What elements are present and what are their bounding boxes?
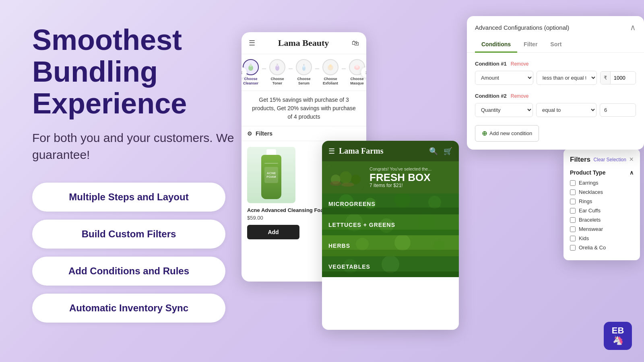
plus-icon: ⊕ — [482, 130, 487, 137]
tab-sort[interactable]: Sort — [544, 37, 568, 53]
tab-filter[interactable]: Filter — [517, 37, 544, 53]
filter-label-bracelets[interactable]: Bracelets — [579, 217, 601, 223]
svg-point-18 — [341, 183, 354, 187]
config-body: Condition #1 Remove Amount Quantity Pric… — [467, 53, 644, 150]
main-title: Smoothest Bundling Experience — [32, 24, 266, 120]
add-product-button[interactable]: Add — [247, 225, 299, 239]
step-label-masque: ChooseMasque — [350, 77, 364, 86]
step-connector-4 — [342, 68, 346, 69]
condition-1-remove[interactable]: Remove — [511, 61, 529, 67]
tab-conditions[interactable]: Conditions — [475, 37, 517, 53]
condition-1-value-input[interactable] — [611, 72, 635, 84]
farms-search-icon[interactable]: 🔍 — [429, 147, 438, 156]
left-section: Smoothest Bundling Experience For both y… — [32, 24, 266, 331]
bottle-body: ACNEFOAM — [261, 155, 281, 199]
step-label-serum: ChooseSerum — [297, 77, 310, 86]
farms-icons: 🔍 🛒 — [429, 147, 452, 156]
condition-1-field-select[interactable]: Amount Quantity Price — [475, 71, 533, 85]
add-condition-button[interactable]: ⊕ Add new condition — [475, 125, 539, 142]
svg-point-33 — [433, 240, 444, 251]
svg-rect-29 — [322, 230, 459, 235]
filter-option-kids: Kids — [570, 235, 634, 241]
filters-title-row: Filters Clear Selection × — [570, 155, 634, 164]
filter-label-earrings[interactable]: Earrings — [579, 180, 598, 186]
filter-checkbox-bracelets[interactable] — [570, 217, 576, 223]
condition-2-field-select[interactable]: Quantity Amount Price — [475, 103, 533, 117]
config-close-button[interactable]: ∧ — [630, 23, 636, 32]
filter-option-orelia: Orelia & Co — [570, 245, 634, 251]
feature-button-custom-filters[interactable]: Build Custom Filters — [32, 220, 225, 249]
filter-icon: ⚙ — [247, 130, 252, 137]
filters-close-button[interactable]: × — [629, 155, 634, 164]
condition-2-value-input[interactable] — [600, 103, 636, 117]
farms-banner-text: Congrats! You've selected the... FRESH B… — [369, 167, 431, 188]
brand-logo: EB 🦄 — [604, 322, 632, 350]
hamburger-icon[interactable]: ☰ — [249, 39, 255, 47]
filter-section-label: Product Type — [570, 169, 605, 176]
config-tabs: Conditions Filter Sort — [467, 37, 644, 53]
config-title: Advanced Configurations (optional) — [475, 24, 569, 31]
svg-point-23 — [428, 196, 441, 209]
condition-2-remove[interactable]: Remove — [511, 93, 529, 99]
clear-selection-link[interactable]: Clear Selection — [594, 157, 626, 162]
category-microgreens[interactable]: MICROGREENS — [322, 193, 459, 214]
filter-checkbox-rings[interactable] — [570, 199, 576, 204]
beauty-header: ☰ Lama Beauty 🛍 — [242, 32, 366, 54]
fresh-box-sub: 7 items for $21! — [369, 183, 431, 188]
subtitle: For both you and your customers. We guar… — [32, 130, 266, 163]
cart-icon[interactable]: 🛍 — [352, 39, 359, 47]
filter-label-rings[interactable]: Rings — [579, 198, 592, 204]
condition-1-label-row: Condition #1 Remove — [475, 61, 636, 67]
farms-menu-icon[interactable]: ☰ — [328, 147, 335, 156]
filter-checkbox-menswear[interactable] — [570, 226, 576, 232]
filter-checkbox-orelia[interactable] — [570, 245, 576, 251]
category-lettuces[interactable]: LETTUCES + GREENS — [322, 214, 459, 235]
svg-point-17 — [330, 181, 341, 186]
condition-2-label: Condition #2 — [475, 93, 507, 99]
filter-option-ear-cuffs: Ear Cuffs — [570, 208, 634, 214]
filter-label-kids[interactable]: Kids — [579, 235, 589, 241]
condition-2-operator-select[interactable]: equal to less than or equal to greater t… — [536, 103, 597, 117]
category-vegetables[interactable]: VEGETABLES — [322, 256, 459, 277]
currency-symbol: ₹ — [601, 72, 611, 84]
filter-section-toggle-icon[interactable]: ∧ — [630, 169, 634, 176]
filter-checkbox-ear-cuffs[interactable] — [570, 208, 576, 214]
filter-option-bracelets: Bracelets — [570, 217, 634, 223]
filter-label-ear-cuffs[interactable]: Ear Cuffs — [579, 208, 601, 214]
farms-cart-icon[interactable]: 🛒 — [444, 147, 452, 156]
step-circle-exfoliant — [322, 59, 339, 75]
condition-1-value-input-wrapper: ₹ — [600, 71, 636, 84]
feature-button-conditions-rules[interactable]: Add Conditions and Rules — [32, 257, 225, 286]
step-label-cleanser: ChooseCleanser — [243, 77, 258, 86]
condition-1-row: Condition #1 Remove Amount Quantity Pric… — [475, 61, 636, 85]
svg-rect-24 — [322, 208, 459, 214]
step-label-exfoliant: ChooseExfoliant — [323, 77, 338, 86]
filter-checkbox-necklaces[interactable] — [570, 189, 576, 195]
step-connector-1 — [262, 68, 266, 69]
farms-header: ☰ Lama Farms 🔍 🛒 — [322, 141, 459, 161]
right-section: ☰ Lama Beauty 🛍 ‹ ChooseCleanser Choo — [242, 0, 644, 362]
filter-label-necklaces[interactable]: Necklaces — [579, 189, 603, 195]
category-herbs[interactable]: HERBS — [322, 235, 459, 256]
condition-1-label: Condition #1 — [475, 61, 507, 67]
condition-1-operator-select[interactable]: less than or equal to greater than or eq… — [537, 71, 597, 85]
add-condition-label: Add new condition — [489, 130, 532, 136]
filter-checkbox-kids[interactable] — [570, 236, 576, 241]
step-serum[interactable]: ChooseSerum — [293, 59, 315, 86]
filter-label-orelia[interactable]: Orelia & Co — [579, 245, 606, 251]
filters-panel: Filters Clear Selection × Product Type ∧… — [564, 149, 640, 260]
condition-1-inputs: Amount Quantity Price less than or equal… — [475, 71, 636, 85]
brand-mascot-icon: 🦄 — [613, 335, 623, 346]
feature-button-inventory-sync[interactable]: Automatic Inventory Sync — [32, 294, 225, 323]
svg-point-37 — [382, 256, 399, 273]
step-toner[interactable]: ChooseToner — [266, 59, 289, 86]
feature-button-multiple-steps[interactable]: Multiple Steps and Layout — [32, 183, 225, 212]
svg-rect-34 — [322, 250, 459, 256]
product-image: ACNEFOAM — [247, 147, 295, 203]
farms-logo: Lama Farms — [339, 146, 384, 156]
condition-2-label-row: Condition #2 Remove — [475, 93, 636, 99]
filter-checkbox-earrings[interactable] — [570, 180, 576, 186]
filter-label-menswear[interactable]: Menswear — [579, 226, 603, 232]
step-exfoliant[interactable]: ChooseExfoliant — [319, 59, 342, 86]
vegetables-label: VEGETABLES — [328, 263, 370, 270]
